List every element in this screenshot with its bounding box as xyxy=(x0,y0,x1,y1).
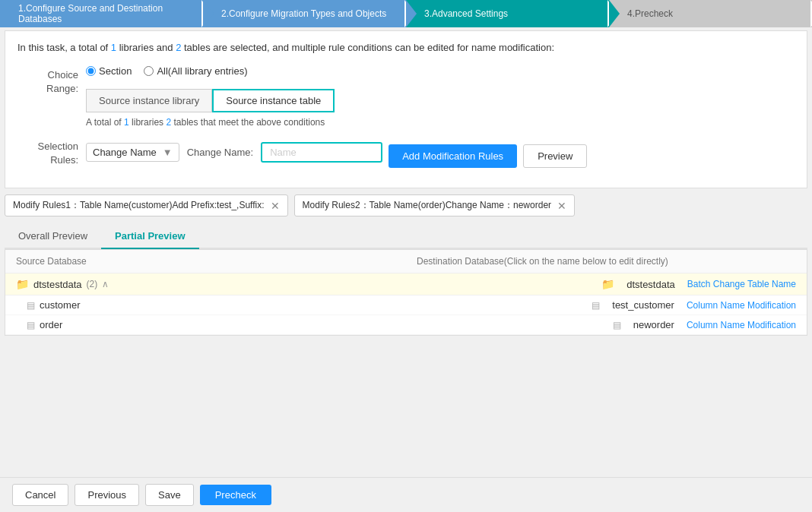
stepper: 1.Configure Source and Destination Datab… xyxy=(0,0,812,27)
table-icon-1: ▤ xyxy=(27,300,35,311)
name-input[interactable] xyxy=(261,142,382,163)
rule-tag-1: Modify Rules1：Table Name(customer)Add Pr… xyxy=(5,194,288,216)
selection-rules-row: SelectionRules: Change Name ▼ Change Nam… xyxy=(17,137,795,168)
subtotal: A total of 1 libraries 2 tables that mee… xyxy=(86,117,795,128)
step-2[interactable]: 2.Configure Migration Types and Objects xyxy=(203,0,406,27)
batch-change-table-name-link[interactable]: Batch Change Table Name xyxy=(687,279,796,289)
radio-group: Section All(All library entries) xyxy=(86,65,248,77)
db-group-1: 📁 dtstestdata (2) ∧ 📁 dtstestdata Batch … xyxy=(5,273,807,335)
source-db-count: (2) xyxy=(87,279,98,289)
dest-db-name: dtstestdata xyxy=(626,279,675,290)
db-group-1-header: 📁 dtstestdata (2) ∧ 📁 dtstestdata Batch … xyxy=(5,273,807,296)
preview-tabs: Overall Preview Partial Preview xyxy=(5,224,807,249)
cancel-button[interactable]: Cancel xyxy=(12,484,68,506)
step-1-label: 1.Configure Source and Destination Datab… xyxy=(18,3,191,24)
change-name-label: Change Name: xyxy=(187,147,253,158)
rule-tag-2-text: Modify Rules2：Table Name(order)Change Na… xyxy=(303,199,551,212)
dest-table-2[interactable]: neworder xyxy=(633,319,674,330)
tab-overall-preview[interactable]: Overall Preview xyxy=(5,224,101,249)
precheck-button[interactable]: Precheck xyxy=(200,485,271,505)
table-row-1-left: ▤ customer xyxy=(27,299,80,311)
tab-partial-preview[interactable]: Partial Preview xyxy=(101,224,199,249)
table-row-1: ▤ customer ▤ test_customer Column Name M… xyxy=(5,296,807,315)
add-modification-button[interactable]: Add Modification Rules xyxy=(389,144,517,168)
step-3-label: 3.Advanced Settings xyxy=(424,8,508,19)
previous-button[interactable]: Previous xyxy=(75,484,139,506)
info-text: In this task, a total of 1 libraries and… xyxy=(17,42,795,53)
dest-table-1[interactable]: test_customer xyxy=(612,299,674,311)
choice-row: ChoiceRange: Section All(All library ent… xyxy=(17,65,795,128)
radio-section[interactable]: Section xyxy=(86,65,132,77)
selection-rules-content: Change Name ▼ Change Name: Add Modificat… xyxy=(86,137,795,168)
preview-button[interactable]: Preview xyxy=(523,144,587,168)
rule-tag-1-close[interactable]: ✕ xyxy=(271,200,280,212)
dest-table-icon-1: ▤ xyxy=(592,300,600,311)
rule-tag-2-close[interactable]: ✕ xyxy=(557,200,566,212)
preview-header: Source Database Destination Database(Cli… xyxy=(5,250,807,273)
step-3[interactable]: 3.Advanced Settings xyxy=(406,0,609,27)
rules-bar: Modify Rules1：Table Name(customer)Add Pr… xyxy=(5,194,807,216)
radio-section-label: Section xyxy=(99,65,132,77)
choice-content: Section All(All library entries) Source … xyxy=(86,65,795,128)
selection-rules-label: SelectionRules: xyxy=(17,137,86,167)
bottom-bar: Cancel Previous Save Precheck xyxy=(0,477,812,512)
change-name-dropdown[interactable]: Change Name ▼ xyxy=(86,143,179,162)
dropdown-arrow-icon: ▼ xyxy=(163,147,173,158)
tab-table[interactable]: Source instance table xyxy=(212,89,335,112)
collapse-icon[interactable]: ∧ xyxy=(102,279,109,289)
source-db-name: dtstestdata xyxy=(33,279,82,290)
choice-label: ChoiceRange: xyxy=(17,65,86,96)
dest-db-header: Destination Database(Click on the name b… xyxy=(406,250,807,273)
table-row-2-right: ▤ neworder Column Name Modification xyxy=(613,319,796,330)
sel-row: Change Name ▼ Change Name: xyxy=(86,142,382,163)
table-icon-2: ▤ xyxy=(27,320,35,330)
tab-buttons: Source instance library Source instance … xyxy=(86,89,795,112)
radio-all-label: All(All library entries) xyxy=(157,65,247,77)
step-4-label: 4.Precheck xyxy=(627,8,673,19)
source-table-2: order xyxy=(40,319,62,330)
step-1[interactable]: 1.Configure Source and Destination Datab… xyxy=(0,0,203,27)
dropdown-value: Change Name xyxy=(93,147,157,158)
column-name-mod-2[interactable]: Column Name Modification xyxy=(687,320,796,330)
source-db-header: Source Database xyxy=(5,250,406,273)
table-row-2-left: ▤ order xyxy=(27,319,62,330)
dest-folder-icon: 📁 xyxy=(601,278,614,290)
source-table-1: customer xyxy=(40,299,80,311)
preview-content: Source Database Destination Database(Cli… xyxy=(5,249,807,336)
rule-tag-2: Modify Rules2：Table Name(order)Change Na… xyxy=(294,194,575,216)
main-card: In this task, a total of 1 libraries and… xyxy=(5,30,807,188)
save-button[interactable]: Save xyxy=(145,484,194,506)
table-row-1-right: ▤ test_customer Column Name Modification xyxy=(592,299,796,311)
db-group-1-right: 📁 dtstestdata Batch Change Table Name xyxy=(601,278,796,290)
column-name-mod-1[interactable]: Column Name Modification xyxy=(687,300,796,311)
step-2-label: 2.Configure Migration Types and Objects xyxy=(221,8,386,19)
folder-icon: 📁 xyxy=(16,278,29,290)
step-4[interactable]: 4.Precheck xyxy=(609,0,812,27)
table-row-2: ▤ order ▤ neworder Column Name Modificat… xyxy=(5,315,807,335)
radio-section-input[interactable] xyxy=(86,66,96,76)
tab-library[interactable]: Source instance library xyxy=(86,89,212,112)
dest-table-icon-2: ▤ xyxy=(613,320,621,330)
radio-all-input[interactable] xyxy=(144,66,154,76)
rule-tag-1-text: Modify Rules1：Table Name(customer)Add Pr… xyxy=(13,199,265,212)
radio-all[interactable]: All(All library entries) xyxy=(144,65,247,77)
db-group-1-left: 📁 dtstestdata (2) ∧ xyxy=(16,278,109,290)
